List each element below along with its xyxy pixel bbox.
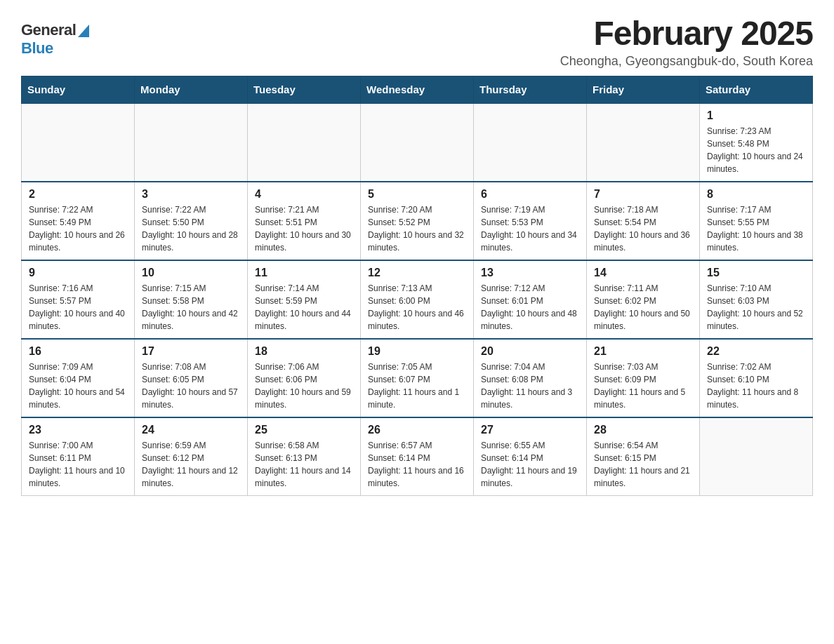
calendar-body: 1Sunrise: 7:23 AM Sunset: 5:48 PM Daylig…: [22, 103, 813, 496]
calendar-cell: 2Sunrise: 7:22 AM Sunset: 5:49 PM Daylig…: [22, 182, 135, 260]
day-number: 25: [255, 424, 353, 436]
day-info: Sunrise: 7:20 AM Sunset: 5:52 PM Dayligh…: [368, 203, 466, 254]
day-info: Sunrise: 7:22 AM Sunset: 5:49 PM Dayligh…: [29, 203, 127, 254]
calendar-cell: [248, 103, 361, 182]
day-info: Sunrise: 7:11 AM Sunset: 6:02 PM Dayligh…: [594, 282, 692, 333]
day-number: 6: [481, 188, 579, 201]
calendar-cell: 26Sunrise: 6:57 AM Sunset: 6:14 PM Dayli…: [361, 417, 474, 496]
day-info: Sunrise: 6:57 AM Sunset: 6:14 PM Dayligh…: [368, 439, 466, 490]
day-info: Sunrise: 7:10 AM Sunset: 6:03 PM Dayligh…: [707, 282, 805, 333]
calendar-subtitle: Cheongha, Gyeongsangbuk-do, South Korea: [560, 54, 813, 69]
day-number: 17: [142, 345, 240, 358]
calendar-cell: 28Sunrise: 6:54 AM Sunset: 6:15 PM Dayli…: [587, 417, 700, 496]
calendar-cell: 13Sunrise: 7:12 AM Sunset: 6:01 PM Dayli…: [474, 260, 587, 339]
calendar-table: SundayMondayTuesdayWednesdayThursdayFrid…: [21, 76, 813, 496]
day-info: Sunrise: 7:08 AM Sunset: 6:05 PM Dayligh…: [142, 361, 240, 411]
calendar-cell: 25Sunrise: 6:58 AM Sunset: 6:13 PM Dayli…: [248, 417, 361, 496]
logo-blue-text: Blue: [21, 39, 53, 57]
day-number: 8: [707, 188, 805, 201]
day-number: 2: [29, 188, 127, 201]
day-number: 19: [368, 345, 466, 358]
calendar-cell: 14Sunrise: 7:11 AM Sunset: 6:02 PM Dayli…: [587, 260, 700, 339]
day-number: 21: [594, 345, 692, 358]
day-number: 10: [142, 267, 240, 279]
day-info: Sunrise: 6:58 AM Sunset: 6:13 PM Dayligh…: [255, 439, 353, 490]
logo-general-text: General: [21, 21, 76, 39]
day-info: Sunrise: 6:55 AM Sunset: 6:14 PM Dayligh…: [481, 439, 579, 490]
calendar-cell: 24Sunrise: 6:59 AM Sunset: 6:12 PM Dayli…: [135, 417, 248, 496]
day-number: 20: [481, 345, 579, 358]
calendar-cell: 21Sunrise: 7:03 AM Sunset: 6:09 PM Dayli…: [587, 339, 700, 417]
day-number: 13: [481, 267, 579, 279]
day-number: 5: [368, 188, 466, 201]
calendar-cell: 15Sunrise: 7:10 AM Sunset: 6:03 PM Dayli…: [700, 260, 813, 339]
calendar-cell: 11Sunrise: 7:14 AM Sunset: 5:59 PM Dayli…: [248, 260, 361, 339]
calendar-week-row: 23Sunrise: 7:00 AM Sunset: 6:11 PM Dayli…: [22, 417, 813, 496]
day-info: Sunrise: 7:14 AM Sunset: 5:59 PM Dayligh…: [255, 282, 353, 333]
logo: General Blue: [21, 21, 89, 58]
calendar-cell: 23Sunrise: 7:00 AM Sunset: 6:11 PM Dayli…: [22, 417, 135, 496]
day-info: Sunrise: 7:21 AM Sunset: 5:51 PM Dayligh…: [255, 203, 353, 254]
day-number: 4: [255, 188, 353, 201]
day-number: 7: [594, 188, 692, 201]
calendar-week-row: 1Sunrise: 7:23 AM Sunset: 5:48 PM Daylig…: [22, 103, 813, 182]
weekday-header-row: SundayMondayTuesdayWednesdayThursdayFrid…: [22, 76, 813, 104]
day-info: Sunrise: 7:13 AM Sunset: 6:00 PM Dayligh…: [368, 282, 466, 333]
calendar-cell: [700, 417, 813, 496]
page-header: General Blue February 2025 Cheongha, Gye…: [21, 14, 813, 69]
day-info: Sunrise: 7:06 AM Sunset: 6:06 PM Dayligh…: [255, 361, 353, 411]
day-info: Sunrise: 7:02 AM Sunset: 6:10 PM Dayligh…: [707, 361, 805, 411]
calendar-cell: [135, 103, 248, 182]
calendar-cell: 17Sunrise: 7:08 AM Sunset: 6:05 PM Dayli…: [135, 339, 248, 417]
calendar-cell: [361, 103, 474, 182]
day-number: 26: [368, 424, 466, 436]
calendar-week-row: 9Sunrise: 7:16 AM Sunset: 5:57 PM Daylig…: [22, 260, 813, 339]
day-number: 1: [707, 109, 805, 122]
weekday-header-sunday: Sunday: [22, 76, 135, 104]
day-info: Sunrise: 7:00 AM Sunset: 6:11 PM Dayligh…: [29, 439, 127, 490]
calendar-week-row: 16Sunrise: 7:09 AM Sunset: 6:04 PM Dayli…: [22, 339, 813, 417]
calendar-cell: 10Sunrise: 7:15 AM Sunset: 5:58 PM Dayli…: [135, 260, 248, 339]
calendar-header: SundayMondayTuesdayWednesdayThursdayFrid…: [22, 76, 813, 104]
day-number: 18: [255, 345, 353, 358]
day-info: Sunrise: 6:54 AM Sunset: 6:15 PM Dayligh…: [594, 439, 692, 490]
calendar-title: February 2025: [560, 14, 813, 53]
logo-triangle-icon: [78, 25, 89, 37]
day-info: Sunrise: 7:17 AM Sunset: 5:55 PM Dayligh…: [707, 203, 805, 254]
day-info: Sunrise: 7:04 AM Sunset: 6:08 PM Dayligh…: [481, 361, 579, 411]
title-block: February 2025 Cheongha, Gyeongsangbuk-do…: [560, 14, 813, 69]
day-info: Sunrise: 7:22 AM Sunset: 5:50 PM Dayligh…: [142, 203, 240, 254]
day-info: Sunrise: 7:16 AM Sunset: 5:57 PM Dayligh…: [29, 282, 127, 333]
calendar-cell: 20Sunrise: 7:04 AM Sunset: 6:08 PM Dayli…: [474, 339, 587, 417]
day-number: 14: [594, 267, 692, 279]
day-number: 12: [368, 267, 466, 279]
day-info: Sunrise: 7:15 AM Sunset: 5:58 PM Dayligh…: [142, 282, 240, 333]
day-number: 23: [29, 424, 127, 436]
day-number: 15: [707, 267, 805, 279]
weekday-header-thursday: Thursday: [474, 76, 587, 104]
day-info: Sunrise: 7:19 AM Sunset: 5:53 PM Dayligh…: [481, 203, 579, 254]
calendar-cell: 4Sunrise: 7:21 AM Sunset: 5:51 PM Daylig…: [248, 182, 361, 260]
day-info: Sunrise: 7:12 AM Sunset: 6:01 PM Dayligh…: [481, 282, 579, 333]
day-number: 28: [594, 424, 692, 436]
calendar-week-row: 2Sunrise: 7:22 AM Sunset: 5:49 PM Daylig…: [22, 182, 813, 260]
day-info: Sunrise: 7:05 AM Sunset: 6:07 PM Dayligh…: [368, 361, 466, 411]
calendar-cell: 22Sunrise: 7:02 AM Sunset: 6:10 PM Dayli…: [700, 339, 813, 417]
calendar-cell: 6Sunrise: 7:19 AM Sunset: 5:53 PM Daylig…: [474, 182, 587, 260]
calendar-cell: 5Sunrise: 7:20 AM Sunset: 5:52 PM Daylig…: [361, 182, 474, 260]
calendar-cell: 8Sunrise: 7:17 AM Sunset: 5:55 PM Daylig…: [700, 182, 813, 260]
day-info: Sunrise: 6:59 AM Sunset: 6:12 PM Dayligh…: [142, 439, 240, 490]
calendar-cell: 19Sunrise: 7:05 AM Sunset: 6:07 PM Dayli…: [361, 339, 474, 417]
calendar-cell: 7Sunrise: 7:18 AM Sunset: 5:54 PM Daylig…: [587, 182, 700, 260]
day-number: 27: [481, 424, 579, 436]
calendar-cell: 27Sunrise: 6:55 AM Sunset: 6:14 PM Dayli…: [474, 417, 587, 496]
calendar-cell: [474, 103, 587, 182]
day-info: Sunrise: 7:03 AM Sunset: 6:09 PM Dayligh…: [594, 361, 692, 411]
calendar-cell: [22, 103, 135, 182]
calendar-cell: 16Sunrise: 7:09 AM Sunset: 6:04 PM Dayli…: [22, 339, 135, 417]
day-info: Sunrise: 7:09 AM Sunset: 6:04 PM Dayligh…: [29, 361, 127, 411]
calendar-cell: 1Sunrise: 7:23 AM Sunset: 5:48 PM Daylig…: [700, 103, 813, 182]
calendar-cell: [587, 103, 700, 182]
calendar-cell: 3Sunrise: 7:22 AM Sunset: 5:50 PM Daylig…: [135, 182, 248, 260]
day-number: 22: [707, 345, 805, 358]
